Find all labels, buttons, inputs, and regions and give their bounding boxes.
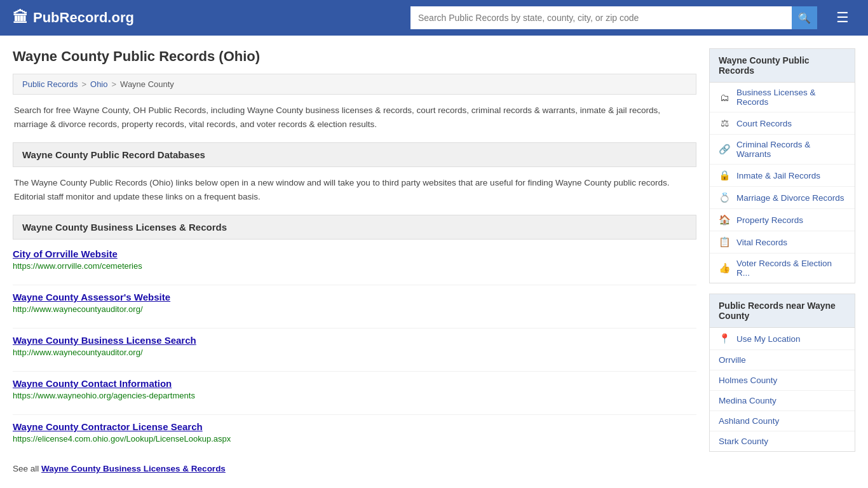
- record-item: Wayne County Contact Information https:/…: [13, 378, 696, 415]
- location-icon: 📍: [719, 333, 730, 344]
- content-area: Wayne County Public Records (Ohio) Publi…: [13, 48, 696, 473]
- record-item: Wayne County Assessor's Website http://w…: [13, 292, 696, 329]
- sidebar-item-label: Criminal Records & Warrants: [736, 140, 846, 159]
- business-section-header: Wayne County Business Licenses & Records: [13, 215, 696, 240]
- sidebar-item-medina[interactable]: Medina County: [710, 391, 855, 411]
- databases-section-header: Wayne County Public Record Databases: [13, 142, 696, 167]
- record-item: Wayne County Business License Search htt…: [13, 335, 696, 372]
- search-input[interactable]: [410, 6, 792, 29]
- voter-icon: 👍: [719, 262, 730, 274]
- sidebar-item-vital[interactable]: 📋 Vital Records: [710, 231, 855, 254]
- sidebar-item-label: Business Licenses & Records: [736, 88, 846, 107]
- sidebar-item-use-location[interactable]: 📍 Use My Location: [710, 328, 855, 350]
- search-container: 🔍: [410, 6, 817, 29]
- nearby-link[interactable]: Ashland County: [719, 416, 779, 426]
- sidebar-item-label: Court Records: [736, 119, 792, 128]
- record-title[interactable]: Wayne County Assessor's Website: [13, 292, 170, 302]
- records-list: City of Orrville Website https://www.orr…: [13, 248, 696, 458]
- sidebar-item-inmate[interactable]: 🔒 Inmate & Jail Records: [710, 165, 855, 187]
- vital-icon: 📋: [719, 236, 730, 248]
- sidebar: Wayne County Public Records 🗂 Business L…: [709, 48, 855, 473]
- marriage-icon: 💍: [719, 192, 730, 203]
- sidebar-nearby-header: Public Records near Wayne County: [710, 294, 855, 328]
- see-all-prefix: See all: [13, 464, 39, 473]
- record-title[interactable]: City of Orrville Website: [13, 248, 118, 259]
- nearby-link[interactable]: Holmes County: [719, 376, 777, 385]
- nearby-label: Use My Location: [736, 334, 801, 344]
- menu-icon: ☰: [836, 10, 849, 26]
- sidebar-item-orrville[interactable]: Orrville: [710, 350, 855, 370]
- inmate-icon: 🔒: [719, 170, 730, 181]
- record-url[interactable]: http://www.waynecountyauditor.org/: [13, 304, 696, 314]
- nearby-link[interactable]: Stark County: [719, 437, 768, 446]
- criminal-icon: 🔗: [719, 144, 730, 155]
- header: 🏛 PubRecord.org 🔍 ☰: [0, 0, 868, 36]
- sidebar-item-ashland[interactable]: Ashland County: [710, 411, 855, 431]
- breadcrumb-sep-1: >: [81, 79, 86, 89]
- sidebar-public-records-box: Wayne County Public Records 🗂 Business L…: [709, 48, 855, 283]
- sidebar-item-stark[interactable]: Stark County: [710, 431, 855, 451]
- sidebar-item-marriage[interactable]: 💍 Marriage & Divorce Records: [710, 187, 855, 209]
- logo-text: PubRecord.org: [33, 10, 134, 26]
- sidebar-item-label: Inmate & Jail Records: [736, 171, 820, 180]
- search-button[interactable]: 🔍: [792, 6, 817, 29]
- sidebar-item-voter[interactable]: 👍 Voter Records & Election R...: [710, 254, 855, 283]
- record-url[interactable]: https://www.orrville.com/cemeteries: [13, 261, 696, 271]
- breadcrumb-sep-2: >: [112, 79, 117, 89]
- sidebar-item-label: Voter Records & Election R...: [736, 259, 846, 278]
- nearby-link[interactable]: Medina County: [719, 396, 776, 405]
- page-description: Search for free Wayne County, OH Public …: [13, 104, 696, 131]
- see-all-link[interactable]: Wayne County Business Licenses & Records: [41, 464, 226, 473]
- record-url[interactable]: https://www.wayneohio.org/agencies-depar…: [13, 391, 696, 400]
- record-title[interactable]: Wayne County Business License Search: [13, 335, 196, 346]
- sidebar-item-property[interactable]: 🏠 Property Records: [710, 209, 855, 231]
- sidebar-item-criminal[interactable]: 🔗 Criminal Records & Warrants: [710, 135, 855, 165]
- record-title[interactable]: Wayne County Contractor License Search: [13, 421, 203, 432]
- sidebar-public-records-header: Wayne County Public Records: [710, 49, 855, 83]
- sidebar-item-business[interactable]: 🗂 Business Licenses & Records: [710, 83, 855, 112]
- sidebar-item-court[interactable]: ⚖ Court Records: [710, 112, 855, 135]
- record-url[interactable]: http://www.waynecountyauditor.org/: [13, 348, 696, 357]
- page-title: Wayne County Public Records (Ohio): [13, 48, 696, 65]
- breadcrumb-link-public-records[interactable]: Public Records: [22, 79, 78, 89]
- breadcrumb-link-ohio[interactable]: Ohio: [90, 79, 107, 89]
- sidebar-item-label: Property Records: [736, 215, 803, 225]
- sidebar-nearby-box: Public Records near Wayne County 📍 Use M…: [709, 294, 855, 452]
- business-icon: 🗂: [719, 92, 730, 103]
- record-url[interactable]: https://elicense4.com.ohio.gov/Lookup/Li…: [13, 434, 696, 444]
- breadcrumb: Public Records > Ohio > Wayne County: [13, 74, 696, 95]
- record-item: City of Orrville Website https://www.orr…: [13, 248, 696, 285]
- db-description: The Wayne County Public Records (Ohio) l…: [13, 176, 696, 203]
- record-item: Wayne County Contractor License Search h…: [13, 421, 696, 458]
- record-title[interactable]: Wayne County Contact Information: [13, 378, 172, 389]
- logo-link[interactable]: 🏛 PubRecord.org: [13, 9, 134, 27]
- breadcrumb-current: Wayne County: [120, 79, 174, 89]
- sidebar-item-holmes[interactable]: Holmes County: [710, 370, 855, 391]
- logo-icon: 🏛: [13, 9, 28, 27]
- court-icon: ⚖: [719, 118, 730, 129]
- see-all-section: See all Wayne County Business Licenses &…: [13, 464, 696, 473]
- search-icon: 🔍: [798, 12, 811, 24]
- main-wrapper: Wayne County Public Records (Ohio) Publi…: [0, 36, 868, 486]
- sidebar-item-label: Marriage & Divorce Records: [736, 193, 844, 203]
- property-icon: 🏠: [719, 214, 730, 226]
- menu-button[interactable]: ☰: [830, 6, 855, 29]
- nearby-link[interactable]: Orrville: [719, 355, 746, 365]
- sidebar-item-label: Vital Records: [736, 238, 787, 247]
